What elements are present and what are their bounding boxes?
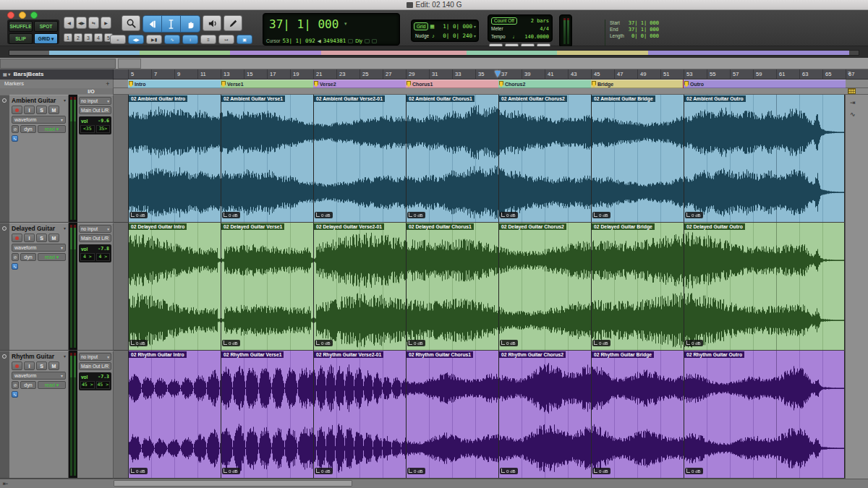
clip-gain-badge[interactable]: 0 dB [592, 212, 610, 218]
timeline-insertion-icon[interactable] [348, 39, 353, 43]
clip-label[interactable]: 02 Ambient Guitar Chorus2 [499, 95, 567, 102]
mute-button[interactable]: M [48, 234, 59, 242]
main-counter-value[interactable]: 37| 1| 000 [269, 17, 339, 31]
grid-value[interactable]: 1| 0| 000 [443, 23, 472, 30]
marker-sections[interactable]: IntroVerse1Verse2Chorus1Chorus2BridgeOut… [114, 80, 868, 88]
meter-label[interactable]: Meter [491, 26, 503, 31]
clip-gain-badge[interactable]: 0 dB [685, 340, 703, 346]
track-view-selector[interactable]: waveform▾ [12, 372, 66, 380]
minimize-button[interactable] [19, 12, 26, 19]
grid-display-icon[interactable] [848, 88, 856, 94]
clip-gain-badge[interactable]: 0 dB [407, 212, 425, 218]
top-scrollbar-thumb[interactable] [0, 59, 116, 69]
pencil-tool-button[interactable] [224, 15, 242, 31]
zoom-arrow-button-2[interactable]: ⇆ [88, 17, 99, 29]
track-view-selector[interactable]: waveform▾ [12, 244, 66, 252]
elastic-audio-button[interactable]: ⊘ [12, 381, 19, 389]
zoom-preset-3[interactable]: 3 [84, 33, 93, 42]
pan-left-value[interactable]: 45 > [80, 381, 95, 389]
ruler-options-icon[interactable]: ≡ [848, 70, 851, 77]
clip-gain-badge[interactable]: 0 dB [685, 212, 703, 218]
output-selector[interactable]: Main Out L/R [79, 234, 111, 242]
clip-gain-badge[interactable]: 0 dB [592, 468, 610, 474]
nudge-label[interactable]: Nudge [414, 33, 430, 38]
selection-end[interactable]: 37| 1| 000 [629, 27, 659, 33]
close-button[interactable] [7, 12, 14, 19]
zoom-arrow-button-0[interactable]: ◀ [64, 17, 75, 29]
mute-button[interactable]: M [48, 106, 59, 114]
clip-label[interactable]: 02 Delayed Guitar Verse1 [221, 223, 284, 230]
freeze-button[interactable]: ∿ [12, 135, 18, 142]
meter-value[interactable]: 4/4 [540, 26, 549, 32]
volume-row[interactable]: vol-9.6 [80, 118, 110, 124]
section-outro[interactable]: Outro [684, 80, 846, 88]
zoom-preset-1[interactable]: 1 [64, 33, 72, 42]
input-selector[interactable]: no input▾ [79, 353, 111, 361]
pan-right-value[interactable]: 4 > [96, 253, 111, 261]
section-bridge[interactable]: Bridge [591, 80, 684, 88]
dyn-button[interactable]: dyn [20, 381, 36, 389]
clip-gain-badge[interactable]: 0 dB [407, 340, 425, 346]
clip-label[interactable]: 02 Delayed Guitar Verse2-01 [314, 223, 384, 230]
pan-left-value[interactable]: 4 > [80, 253, 95, 261]
clip-gain-badge[interactable]: 0 dB [500, 468, 518, 474]
track-name-dropdown-icon[interactable]: ▾ [64, 354, 66, 359]
clip-label[interactable]: 02 Delayed Guitar Chorus2 [499, 223, 566, 230]
count-off-value[interactable]: 2 bars [531, 18, 549, 24]
input-selector[interactable]: no input▾ [79, 97, 111, 105]
record-enable-button[interactable] [12, 234, 22, 242]
clip-label[interactable]: 02 Ambient Guitar Verse2-01 [314, 95, 385, 102]
clip-gain-badge[interactable]: 0 dB [592, 340, 610, 346]
zoom-preset-2[interactable]: 2 [74, 33, 82, 42]
marker-flag-icon[interactable] [592, 81, 596, 87]
clip-label[interactable]: 02 Rhythm Guitar Verse2-01 [314, 351, 383, 358]
section-verse2[interactable]: Verse2 [313, 80, 406, 88]
input-monitor-button[interactable]: I [24, 234, 35, 242]
clip-label[interactable]: 02 Rhythm Guitar Verse1 [221, 351, 284, 358]
zoom-arrow-button-3[interactable]: ▶ [101, 17, 111, 29]
section-chorus1[interactable]: Chorus1 [406, 80, 498, 88]
clip-gain-badge[interactable]: 0 dB [222, 340, 240, 346]
pan-row[interactable]: <3535> [80, 125, 110, 133]
grid-dropdown-icon[interactable]: ▾ [474, 24, 476, 29]
clip-label[interactable]: 02 Ambient Guitar Intro [129, 95, 187, 102]
grabber-tool-button[interactable] [181, 16, 200, 32]
edit-toggle-3[interactable]: ∿ [164, 35, 180, 44]
track-lane[interactable]: 02 Ambient Guitar Intro0 dB02 Ambient Gu… [114, 95, 845, 223]
edit-mode-spot[interactable]: SPOT [34, 21, 58, 32]
automation-mode-selector[interactable]: read ▾ [38, 125, 66, 133]
edit-toggle-2[interactable]: ▶▮ [146, 35, 162, 44]
zoom-preset-4[interactable]: 4 [94, 33, 103, 42]
pan-right-value[interactable]: 35> [96, 125, 111, 133]
clip-label[interactable]: 02 Delayed Guitar Bridge [592, 223, 655, 230]
selection-start[interactable]: 37| 1| 000 [629, 20, 659, 26]
dyn-button[interactable]: dyn [20, 125, 36, 133]
track-lane[interactable]: 02 Rhythm Guitar Intro0 dB02 Rhythm Guit… [114, 351, 845, 479]
edit-toggle-0[interactable]: ÷ [110, 35, 126, 44]
scrubber-tool-button[interactable] [203, 15, 221, 31]
section-chorus2[interactable]: Chorus2 [498, 80, 591, 88]
automation-mode-selector[interactable]: read ▾ [38, 381, 66, 389]
selection-length[interactable]: 0| 0| 000 [631, 33, 659, 39]
tempo-label[interactable]: Tempo [491, 34, 506, 39]
clip-label[interactable]: 02 Ambient Guitar Chorus1 [407, 95, 475, 102]
marker-flag-icon[interactable] [499, 81, 503, 87]
clip-gain-badge[interactable]: 0 dB [685, 468, 703, 474]
output-selector[interactable]: Main Out L/R [79, 106, 111, 114]
bottom-scrollbar-thumb[interactable] [114, 480, 352, 487]
clip-label[interactable]: 02 Delayed Guitar Chorus1 [407, 223, 474, 230]
edit-toggle-7[interactable]: ▣ [237, 35, 252, 44]
edit-toggle-4[interactable]: ↕ [182, 35, 198, 44]
nudge-dropdown-icon[interactable]: ▾ [474, 33, 476, 38]
zoom-window-button[interactable] [30, 12, 38, 19]
grid-mode-button[interactable]: Grid [414, 22, 428, 30]
pan-row[interactable]: 45 >45 > [80, 381, 110, 389]
selector-tool-button[interactable] [162, 16, 181, 32]
clip-label[interactable]: 02 Rhythm Guitar Chorus2 [499, 351, 566, 358]
clip-label[interactable]: 02 Ambient Guitar Bridge [592, 95, 655, 102]
marker-flag-icon[interactable] [684, 81, 689, 87]
zoom-arrow-button-1[interactable]: ◀▶ [76, 17, 87, 29]
marker-flag-icon[interactable] [314, 81, 318, 87]
record-enable-button[interactable] [12, 106, 22, 114]
pan-row[interactable]: 4 >4 > [80, 253, 110, 261]
